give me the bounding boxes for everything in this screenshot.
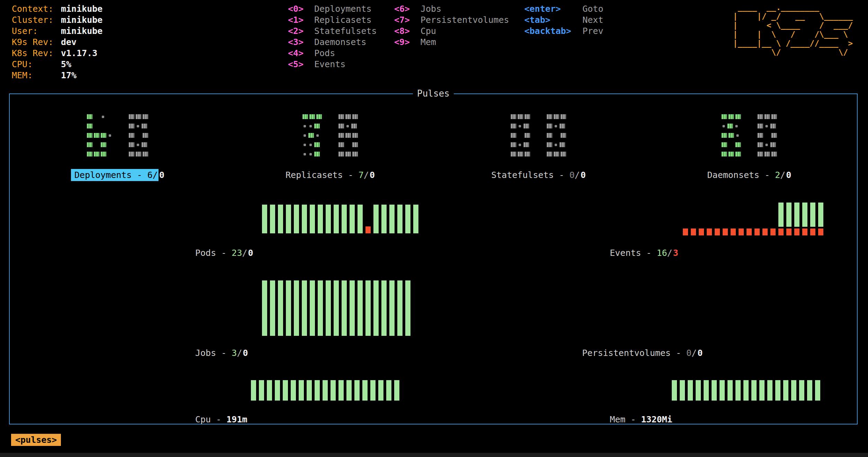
pulse-label-daemonsets[interactable]: Daemonsets - 2/0	[707, 170, 792, 180]
menu-item-label: Cpu	[421, 26, 436, 37]
menu-item-deployments[interactable]: <0>Deployments	[288, 3, 377, 15]
menu-item-daemonsets[interactable]: <3>Daemonsets	[288, 37, 377, 48]
pulse-label-cpu[interactable]: Cpu - 191m	[195, 414, 247, 424]
sparkline-cluster	[338, 114, 358, 156]
hotkey: <1>	[288, 15, 314, 26]
sparkline-grid	[511, 114, 566, 156]
ok-bar	[275, 380, 280, 401]
pulse-label-mem[interactable]: Mem - 1320Mi	[610, 414, 672, 424]
fault-bar	[365, 226, 371, 233]
sparkline-cluster	[511, 114, 530, 156]
menu-column-3: <enter>Goto<tab>Next<backtab>Prev	[524, 3, 603, 37]
pulse-label-deployments[interactable]: Deployments - 6/0	[71, 170, 164, 180]
menu-item-mem[interactable]: <9>Mem	[394, 37, 509, 48]
ok-bar	[318, 205, 323, 233]
cluster-info-label: MEM:	[12, 70, 61, 81]
ok-bar	[278, 205, 283, 233]
menu-column-2: <6>Jobs<7>Persistentvolumes<8>Cpu<9>Mem	[394, 3, 509, 48]
ok-bar	[334, 205, 339, 233]
ok-bar	[331, 380, 336, 401]
pulse-label-statefulsets[interactable]: Statefulsets - 0/0	[491, 170, 586, 180]
ok-bar	[302, 280, 307, 336]
pulse-label-jobs[interactable]: Jobs - 3/0	[195, 348, 248, 358]
pulse-label-replicasets[interactable]: Replicasets - 7/0	[286, 170, 375, 180]
hotkey: <6>	[394, 3, 421, 15]
cluster-info-label: User:	[12, 26, 61, 37]
ok-bar	[310, 280, 315, 336]
ok-bar	[334, 280, 339, 336]
pulse-label-pods[interactable]: Pods - 23/0	[195, 248, 253, 258]
fault-bar	[818, 228, 823, 235]
pulse-label-events[interactable]: Events - 16/3	[610, 248, 678, 258]
ok-bar	[799, 380, 804, 401]
ok-bar	[302, 205, 307, 233]
ok-bar	[394, 380, 399, 401]
ok-bar	[704, 380, 709, 401]
cluster-info-value: minikube	[61, 3, 102, 15]
ok-bar	[342, 205, 347, 233]
ok-bar	[291, 380, 296, 401]
ok-bar	[370, 380, 376, 401]
ok-bar	[405, 280, 410, 336]
ok-bar	[358, 205, 363, 233]
cluster-info-row: User:minikube	[12, 26, 102, 37]
menu-item-persistentvolumes[interactable]: <7>Persistentvolumes	[394, 15, 509, 26]
k9s-terminal-screen: Context:minikubeCluster:minikubeUser:min…	[0, 0, 868, 457]
ok-bar	[310, 205, 315, 233]
fault-bar	[778, 228, 784, 235]
menu-item-events[interactable]: <5>Events	[288, 59, 377, 70]
ok-bar	[696, 380, 701, 401]
menu-item-prev[interactable]: <backtab>Prev	[524, 26, 603, 37]
ok-bar	[397, 280, 403, 336]
fault-bar	[707, 228, 712, 235]
menu-item-statefulsets[interactable]: <2>Statefulsets	[288, 26, 377, 37]
ok-bar	[767, 380, 772, 401]
ok-bar	[786, 203, 792, 227]
ok-bar	[778, 203, 784, 227]
cluster-info-value: minikube	[61, 15, 102, 26]
ok-bar	[818, 203, 823, 227]
pulse-panel-daemonsets[interactable]: Daemonsets - 2/0	[707, 114, 792, 180]
menu-item-pods[interactable]: <4>Pods	[288, 48, 377, 59]
hotkey: <enter>	[524, 3, 582, 15]
ok-bar	[720, 380, 725, 401]
fault-bar	[715, 228, 720, 235]
bar-chart	[262, 280, 425, 336]
ok-bar	[323, 380, 328, 401]
menu-item-next[interactable]: <tab>Next	[524, 15, 603, 26]
hotkey: <9>	[394, 37, 421, 48]
ok-bar	[783, 380, 788, 401]
bar-chart	[683, 202, 842, 235]
ok-bar	[381, 205, 387, 233]
ok-bar	[286, 205, 291, 233]
menu-item-goto[interactable]: <enter>Goto	[524, 3, 603, 15]
ok-bar	[326, 205, 331, 233]
ok-bar	[294, 280, 299, 336]
ok-bar	[338, 380, 344, 401]
menu-item-label: Jobs	[421, 3, 441, 15]
fault-bar	[683, 228, 688, 235]
ok-bar	[299, 380, 304, 401]
cluster-info-label: Cluster:	[12, 15, 61, 26]
ok-bar	[815, 380, 820, 401]
pulse-panel-deployments[interactable]: Deployments - 6/0	[71, 114, 164, 180]
menu-item-cpu[interactable]: <8>Cpu	[394, 26, 509, 37]
cluster-info-value: 17%	[61, 70, 76, 81]
menu-item-replicasets[interactable]: <1>Replicasets	[288, 15, 377, 26]
ok-bar	[381, 280, 387, 336]
sparkline-cluster	[547, 114, 566, 156]
fault-bar	[723, 228, 728, 235]
menu-item-label: Persistentvolumes	[421, 15, 509, 26]
pulse-label-persistentvolumes[interactable]: Persistentvolumes - 0/0	[582, 348, 703, 358]
hotkey: <5>	[288, 59, 314, 70]
menu-item-jobs[interactable]: <6>Jobs	[394, 3, 509, 15]
sparkline-grid	[87, 114, 148, 156]
pulse-panel-statefulsets[interactable]: Statefulsets - 0/0	[491, 114, 586, 180]
pulses-breadcrumb[interactable]: <pulses>	[11, 434, 61, 446]
ok-bar	[397, 205, 403, 233]
bar-chart	[251, 380, 414, 401]
hotkey: <4>	[288, 48, 314, 59]
pulse-panel-replicasets[interactable]: Replicasets - 7/0	[286, 114, 375, 180]
cluster-info-row: Cluster:minikube	[12, 15, 102, 26]
menu-item-label: Replicasets	[314, 15, 372, 26]
